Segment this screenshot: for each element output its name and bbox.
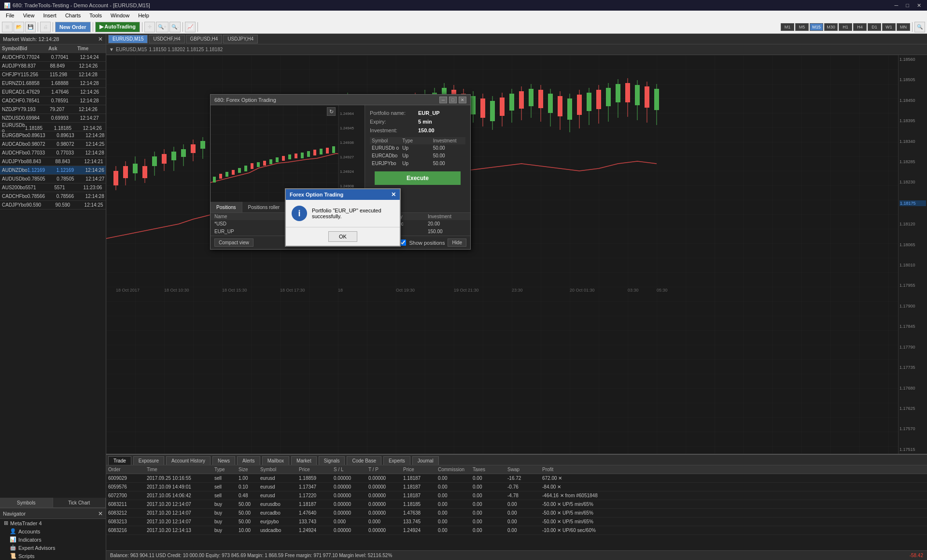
forex-dialog-controls: ─ □ ✕ <box>439 97 466 103</box>
nav-scripts[interactable]: 📜 Scripts <box>0 552 106 560</box>
mw-row-audjpy[interactable]: AUDJPY88.83788.84912:14:26 <box>0 62 106 70</box>
terminal-row[interactable]: 6009029 2017.09.25 10:16:55 sell 1.00 eu… <box>106 474 927 483</box>
fp-tab-positions[interactable]: Positions <box>211 202 242 212</box>
menu-tools[interactable]: Tools <box>85 12 106 19</box>
toolbar-zoom-in[interactable]: 🔍+ <box>156 22 169 32</box>
tab-mailbox[interactable]: Mailbox <box>262 456 289 465</box>
toolbar-indicators[interactable]: 📈 <box>185 22 196 32</box>
menu-file[interactable]: File <box>2 12 18 19</box>
tab-exposure[interactable]: Exposure <box>133 456 164 465</box>
forex-refresh-btn[interactable]: ↻ <box>327 107 336 116</box>
tab-signals[interactable]: Signals <box>319 456 345 465</box>
tab-news[interactable]: News <box>212 456 235 465</box>
navigator-close[interactable]: ✕ <box>98 510 103 517</box>
terminal-row[interactable]: 6083211 2017.10.20 12:14:07 buy 50.00 eu… <box>106 500 927 509</box>
mw-row-nzdusd[interactable]: NZDUSD0.699840.6999312:14:27 <box>0 114 106 123</box>
terminal-row[interactable]: 6072700 2017.10.05 14:06:42 sell 0.48 eu… <box>106 491 927 500</box>
period-M1[interactable]: M1 <box>781 23 794 31</box>
mw-row-chfjpy[interactable]: CHFJPY115.256115.29812:14:28 <box>0 70 106 79</box>
mw-row-eurgbpbo[interactable]: EURGBPbo0.896130.8961312:14:28 <box>0 131 106 140</box>
mw-row-cadchf[interactable]: CADCHF0.785410.7859112:14:28 <box>0 97 106 105</box>
toolbar-open[interactable]: 📂 <box>14 22 24 32</box>
menu-view[interactable]: View <box>19 12 39 19</box>
forex-close-btn[interactable]: ✕ <box>459 97 466 103</box>
forex-sym-row-eurusdbo[interactable]: EURUSDb o Up 50.00 <box>370 144 465 152</box>
mw-row-audchfbo[interactable]: AUDCHFbo0.770330.7703312:14:28 <box>0 149 106 157</box>
auto-trading-button[interactable]: ▶ AutoTrading <box>95 22 140 32</box>
mw-row-audnzdbo[interactable]: AUDNZDbo1.121691.1216912:14:26 <box>0 166 106 175</box>
mw-row-eurcad[interactable]: EURCAD1.476291.4764612:14:26 <box>0 88 106 97</box>
maximize-button[interactable]: □ <box>904 2 911 9</box>
toolbar-save[interactable]: 💾 <box>25 22 36 32</box>
menu-help[interactable]: Help <box>134 12 153 19</box>
toolbar-search[interactable]: 🔍 <box>914 22 925 32</box>
mw-row-nzdjpy[interactable]: NZDJPY79.19379.20712:14:26 <box>0 105 106 114</box>
period-M30[interactable]: M30 <box>824 23 838 31</box>
mw-time: 11:23:06 <box>83 185 106 190</box>
minimize-button[interactable]: ─ <box>893 2 900 9</box>
menu-insert[interactable]: Insert <box>39 12 60 19</box>
nav-indicators[interactable]: 📊 Indicators <box>0 535 106 544</box>
td-swap: 0.00 <box>507 502 542 507</box>
mw-row-cadjpybo[interactable]: CADJPYbo90.59090.59012:14:25 <box>0 201 106 210</box>
period-H1[interactable]: H1 <box>839 23 852 31</box>
fp-tab-positions-roller[interactable]: Positions roller <box>242 202 286 212</box>
mw-row-audjpybo[interactable]: AUDJPYbo88.84388.84312:14:21 <box>0 157 106 166</box>
mw-time: 12:14:26 <box>79 63 105 69</box>
compact-view-button[interactable]: Compact view <box>214 238 253 247</box>
period-H4[interactable]: H4 <box>853 23 867 31</box>
hide-button[interactable]: Hide <box>448 238 466 247</box>
tab-alerts[interactable]: Alerts <box>237 456 260 465</box>
period-M15[interactable]: M15 <box>810 23 823 31</box>
tab-symbols[interactable]: Symbols <box>0 498 53 507</box>
mw-row-audusdbo[interactable]: AUDUSDbo0.785050.7850512:14:27 <box>0 175 106 183</box>
nav-metatrader4[interactable]: ⊞ MetaTrader 4 <box>0 519 106 527</box>
execute-button[interactable]: Execute <box>375 171 461 185</box>
tab-journal[interactable]: Journal <box>412 456 439 465</box>
mw-row-aus200bo[interactable]: AUS200bo5571557111:23:06 <box>0 183 106 192</box>
period-MN[interactable]: MN <box>897 23 910 31</box>
chart-price-info: 1.18150 1.18202 1.18125 1.18182 <box>149 47 223 52</box>
show-positions-checkbox[interactable] <box>400 239 406 246</box>
tab-market[interactable]: Market <box>291 456 317 465</box>
td-profit: -50.00 ✕ UP/5 min/65% <box>542 502 925 507</box>
terminal-row[interactable]: 6083213 2017.10.20 12:14:07 buy 50.00 eu… <box>106 518 927 526</box>
nav-accounts[interactable]: 👤 Accounts <box>0 527 106 535</box>
ok-button[interactable]: OK <box>328 231 357 242</box>
terminal-row[interactable]: 6083212 2017.10.20 12:14:07 buy 50.00 eu… <box>106 509 927 518</box>
toolbar-new[interactable]: ⊞ <box>2 22 13 32</box>
forex-sym-row-eurjpybo[interactable]: EURJPYbo Up 50.00 <box>370 160 465 168</box>
period-M5[interactable]: M5 <box>795 23 809 31</box>
toolbar-print[interactable]: 🖨 <box>40 22 51 32</box>
new-order-button[interactable]: New Order <box>55 22 91 32</box>
confirm-close-btn[interactable]: ✕ <box>391 191 396 198</box>
mw-row-cadchfbo[interactable]: CADCHFbo0.785660.7856612:14:28 <box>0 192 106 201</box>
close-button[interactable]: ✕ <box>915 2 923 9</box>
menu-charts[interactable]: Charts <box>61 12 84 19</box>
tab-tick-chart[interactable]: Tick Chart <box>53 498 106 507</box>
tab-account-history[interactable]: Account History <box>166 456 211 465</box>
forex-minimize-btn[interactable]: ─ <box>439 97 447 103</box>
period-W1[interactable]: W1 <box>882 23 896 31</box>
tab-experts[interactable]: Experts <box>383 456 410 465</box>
menu-window[interactable]: Window <box>107 12 133 19</box>
chart-tab-usdchf[interactable]: USDCHF,H4 <box>149 35 184 43</box>
forex-sym-row-eurcadbo[interactable]: EURCADbo Up 50.00 <box>370 152 465 160</box>
terminal-row[interactable]: 6059576 2017.10.09 14:49:01 sell 0.10 eu… <box>106 483 927 491</box>
chart-tab-usdjpy[interactable]: USDJPY,H4 <box>223 35 258 43</box>
toolbar-crosshair[interactable]: ✛ <box>144 22 155 32</box>
nav-expert-advisors[interactable]: 🤖 Expert Advisors <box>0 544 106 552</box>
chart-tab-eurusd[interactable]: EURUSD,M15 <box>108 35 148 43</box>
mw-row-audchf[interactable]: AUDCHF0.770240.7704112:14:24 <box>0 53 106 62</box>
toolbar-zoom-out[interactable]: 🔍- <box>169 22 181 32</box>
mw-row-eurnzd[interactable]: EURNZD1.688581.6888812:14:28 <box>0 79 106 88</box>
chart-tab-gbpusd[interactable]: GBPUSD,H4 <box>186 35 223 43</box>
market-watch-close[interactable]: ✕ <box>98 36 103 42</box>
mw-row-audcadbo[interactable]: AUDCADbo0.980720.9807212:14:25 <box>0 140 106 149</box>
forex-maximize-btn[interactable]: □ <box>449 97 457 103</box>
terminal-row[interactable]: 6083216 2017.10.20 12:14:13 buy 10.00 us… <box>106 526 927 535</box>
tab-trade[interactable]: Trade <box>108 456 131 465</box>
mw-row-eurusdbo[interactable]: EURUSDb o1.181851.1818512:14:26 <box>0 123 106 131</box>
period-D1[interactable]: D1 <box>868 23 881 31</box>
tab-code-base[interactable]: Code Base <box>347 456 381 465</box>
